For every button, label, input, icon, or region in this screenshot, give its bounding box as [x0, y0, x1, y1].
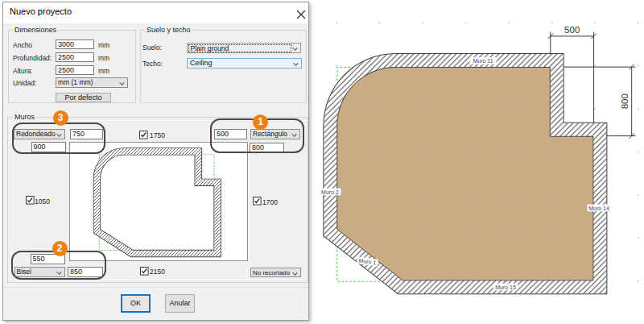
- svg-text:Muro 2: Muro 2: [321, 189, 339, 195]
- svg-text:Muro 11: Muro 11: [473, 58, 493, 64]
- svg-text:800: 800: [620, 93, 630, 109]
- svg-text:500: 500: [564, 25, 580, 35]
- svg-text:Muro 14: Muro 14: [588, 206, 609, 211]
- svg-text:Muro 15: Muro 15: [495, 285, 516, 290]
